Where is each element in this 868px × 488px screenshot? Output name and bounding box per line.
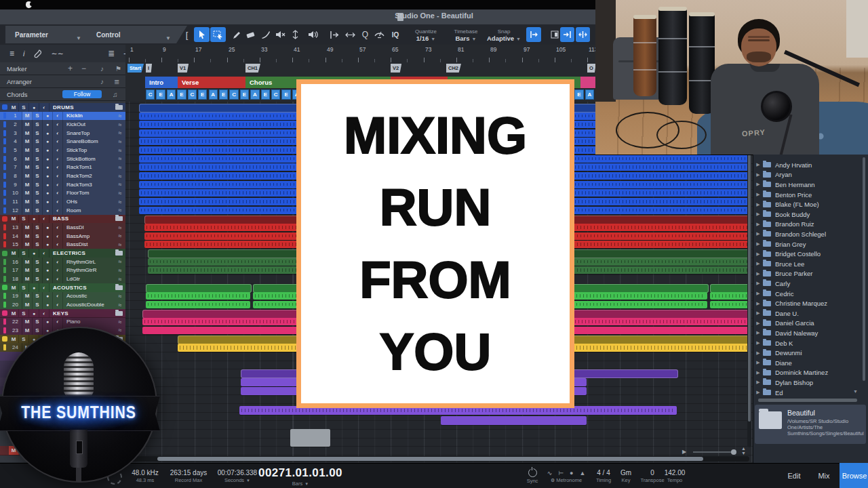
solo-button[interactable]: S: [33, 223, 43, 232]
arrange-horizontal-scrollbar-thumb[interactable]: [157, 457, 703, 461]
track-color-gutter[interactable]: [0, 266, 9, 275]
track-color-gutter[interactable]: [0, 112, 9, 121]
record-arm-button[interactable]: ●: [43, 274, 53, 283]
browser-folder-item[interactable]: ▶Deb K: [753, 338, 867, 348]
solo-button[interactable]: S: [33, 292, 43, 301]
range-tool-bracket[interactable]: [: [179, 27, 195, 42]
monitor-button[interactable]: ◐: [39, 103, 50, 112]
chord-block[interactable]: E: [281, 89, 290, 100]
audio-clip[interactable]: [710, 292, 749, 300]
track-color-gutter[interactable]: [0, 258, 9, 266]
autoscroll-button[interactable]: [327, 27, 342, 42]
browser-folder-item[interactable]: ▶Aryan: [753, 170, 867, 180]
browser-folder-item[interactable]: ▶Brandon Ruiz: [753, 220, 867, 230]
record-arm-button[interactable]: ●: [43, 138, 53, 146]
track-list-icon[interactable]: ≡: [9, 49, 14, 58]
mute-tool[interactable]: [273, 27, 288, 42]
track-row[interactable]: 17MS●◐RhythmGtrR≈: [0, 266, 125, 276]
record-arm-button[interactable]: ●: [29, 249, 39, 258]
track-row[interactable]: 15MS●◐BassDist≈: [0, 241, 125, 250]
expand-triangle-icon[interactable]: ▶: [753, 271, 763, 277]
snap-toggle-button[interactable]: [526, 27, 541, 42]
expand-triangle-icon[interactable]: ▶: [753, 172, 763, 178]
timing-display[interactable]: 4 / 4 Timing: [591, 464, 616, 488]
track-color-gutter[interactable]: [0, 155, 9, 163]
record-arm-button[interactable]: ●: [43, 266, 53, 275]
apple-logo-icon[interactable]: [26, 1, 32, 8]
browser-folder-item[interactable]: ▶Brian Grey: [753, 239, 867, 249]
record-arm-button[interactable]: ●: [43, 171, 53, 180]
expand-triangle-icon[interactable]: ▶: [753, 291, 763, 296]
browser-folder-item[interactable]: ▶Ed: [753, 388, 867, 398]
track-color-gutter[interactable]: [0, 274, 9, 283]
track-row[interactable]: 7MS●◐RackTom1≈: [0, 163, 125, 173]
solo-button[interactable]: S: [19, 283, 29, 292]
record-arm-button[interactable]: ●: [43, 197, 53, 206]
wrench-icon[interactable]: [33, 49, 42, 58]
range-select-tool[interactable]: [210, 27, 226, 42]
track-row[interactable]: 11MS●◐OHs≈: [0, 197, 125, 207]
zoom-slider[interactable]: [693, 451, 735, 453]
solo-button[interactable]: S: [33, 120, 43, 129]
audio-clip[interactable]: [146, 284, 252, 293]
monitor-button[interactable]: ◐: [53, 292, 63, 301]
chord-block[interactable]: E: [219, 89, 228, 100]
monitor-button[interactable]: ◐: [53, 258, 63, 266]
track-color-gutter[interactable]: [0, 223, 9, 232]
key-display[interactable]: Gm Key: [616, 464, 636, 488]
track-group-header[interactable]: MS●◐DRUMS: [0, 103, 125, 113]
zoom-stepper[interactable]: ▲▼: [741, 446, 746, 455]
record-arm-button[interactable]: ●: [43, 120, 53, 129]
mute-button[interactable]: M: [22, 146, 33, 155]
zoom-q-button[interactable]: Q: [357, 27, 373, 42]
tab-mix[interactable]: Mix: [810, 463, 838, 488]
chord-block[interactable]: A: [167, 89, 176, 100]
chord-block[interactable]: C: [146, 89, 155, 100]
expand-triangle-icon[interactable]: ▶: [753, 162, 763, 167]
group-expand-gutter[interactable]: [0, 103, 9, 112]
solo-button[interactable]: S: [33, 129, 43, 138]
track-group-header[interactable]: MS●◐ELECTRICS: [0, 249, 125, 258]
track-row[interactable]: 9MS●◐RackTom3≈: [0, 180, 125, 190]
record-arm-button[interactable]: ●: [43, 189, 53, 198]
solo-button[interactable]: S: [19, 215, 29, 224]
solo-button[interactable]: S: [33, 300, 43, 309]
group-expand-gutter[interactable]: [0, 249, 9, 258]
browser-folder-item[interactable]: ▶Benton Price: [753, 190, 867, 200]
mute-button[interactable]: M: [22, 129, 33, 138]
expand-triangle-icon[interactable]: ▶: [753, 310, 763, 316]
solo-button[interactable]: S: [33, 146, 43, 155]
chord-block[interactable]: A: [585, 89, 594, 100]
expand-triangle-icon[interactable]: ▶: [753, 222, 763, 227]
solo-button[interactable]: S: [19, 103, 29, 112]
chord-block[interactable]: A: [250, 89, 259, 100]
solo-button[interactable]: S: [33, 189, 43, 198]
tab-edit[interactable]: Edit: [780, 463, 808, 488]
browser-folder-item[interactable]: ▶Bruce Parker: [753, 269, 867, 279]
record-arm-button[interactable]: ●: [43, 300, 53, 309]
browser-folder-item[interactable]: ▶Diane: [753, 358, 867, 368]
record-arm-button[interactable]: ●: [29, 309, 39, 318]
record-arm-button[interactable]: ●: [43, 155, 53, 163]
flag-icon[interactable]: ⚑: [115, 65, 121, 73]
expand-triangle-icon[interactable]: ▶: [753, 390, 763, 395]
mute-button[interactable]: M: [22, 197, 33, 206]
track-color-gutter[interactable]: [0, 171, 9, 180]
mute-button[interactable]: M: [22, 223, 33, 232]
solo-button[interactable]: S: [33, 180, 43, 189]
add-marker-button[interactable]: +: [68, 64, 73, 73]
audio-clip[interactable]: [146, 301, 250, 308]
mute-button[interactable]: M: [22, 112, 33, 121]
expand-triangle-icon[interactable]: ▶: [753, 182, 763, 187]
browser-folder-item[interactable]: ▶Book Buddy: [753, 209, 867, 220]
track-color-gutter[interactable]: [0, 206, 9, 215]
tempo-display[interactable]: 142.00 Tempo: [659, 464, 690, 488]
record-arm-button[interactable]: ●: [43, 223, 53, 232]
track-row[interactable]: 13MS●◐BassDI≈: [0, 223, 125, 232]
marker-flag[interactable]: Start: [127, 64, 144, 73]
expand-triangle-icon[interactable]: ▶: [753, 350, 763, 356]
mute-button[interactable]: M: [9, 283, 19, 292]
remove-marker-button[interactable]: −: [81, 64, 86, 73]
browser-folder-item[interactable]: ▶Bridget Costello: [753, 249, 867, 259]
browser-folder-item[interactable]: ▶Christine Marquez: [753, 298, 867, 308]
